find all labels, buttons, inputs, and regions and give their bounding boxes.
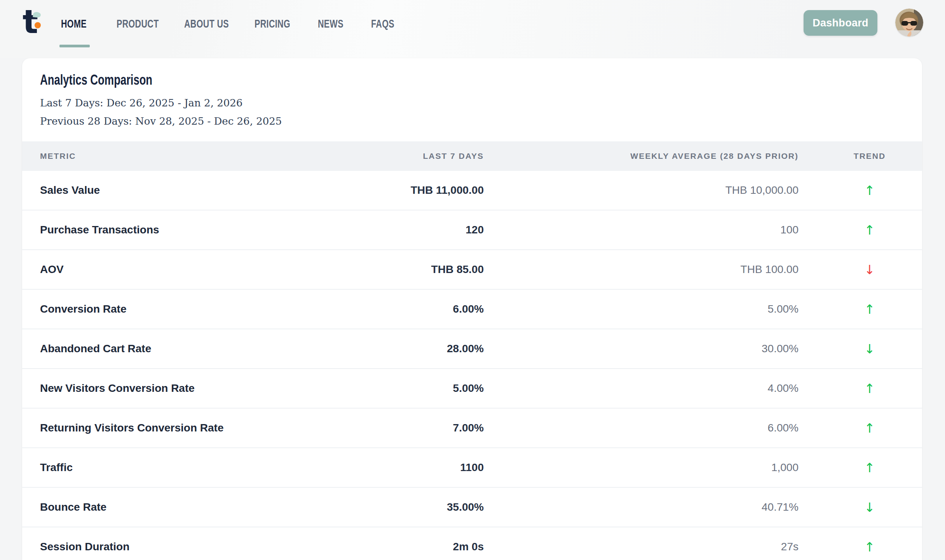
trend-up-icon: ↑ [864,460,875,475]
previous-period-label: Previous 28 Days: Nov 28, 2025 - Dec 26,… [40,115,904,127]
last-7-days-value: 120 [289,224,484,236]
column-header-weekly-average: WEEKLY AVERAGE (28 DAYS PRIOR) [484,151,799,161]
metric-name: Returning Visitors Conversion Rate [40,422,289,434]
last-7-days-value: THB 11,000.00 [289,184,484,197]
nav-item-pricing[interactable]: PRICING [255,0,303,47]
avatar-photo-icon [895,9,923,37]
last-7-days-value: 28.00% [289,343,484,355]
column-header-last-7-days: LAST 7 DAYS [289,151,484,161]
page: t HOME PRODUCT ABOUT US PRICING NEWS FAQ… [0,0,945,560]
nav-item-label: ABOUT US [184,17,229,30]
nav-item-label: PRODUCT [117,17,159,30]
metric-name: AOV [40,263,289,276]
table-row: Abandoned Cart Rate 28.00% 30.00% ↓ [22,329,922,369]
trend-up-icon: ↑ [864,381,875,396]
last-7-days-value: 2m 0s [289,541,484,553]
weekly-average-value: 40.71% [484,501,799,513]
table-row: AOV THB 85.00 THB 100.00 ↓ [22,250,922,290]
nav-item-label: FAQS [371,17,394,30]
nav-item-label: PRICING [255,17,290,30]
nav-item-about-us[interactable]: ABOUT US [184,0,244,47]
weekly-average-value: 4.00% [484,382,799,395]
metric-name: New Visitors Conversion Rate [40,382,289,395]
metric-name: Conversion Rate [40,303,289,315]
weekly-average-value: THB 10,000.00 [484,184,799,197]
top-nav-bar: t HOME PRODUCT ABOUT US PRICING NEWS FAQ… [0,0,945,58]
card-header: Analytics Comparison Last 7 Days: Dec 26… [22,58,922,127]
trend-down-icon: ↓ [864,262,875,277]
nav-item-faqs[interactable]: FAQS [371,0,403,47]
trend-up-icon: ↑ [864,183,875,198]
trend-down-icon: ↓ [864,341,875,357]
last-7-days-value: 5.00% [289,382,484,395]
metric-name: Traffic [40,461,289,474]
last-7-days-value: 7.00% [289,422,484,434]
table-row: Sales Value THB 11,000.00 THB 10,000.00 … [22,171,922,210]
weekly-average-value: 5.00% [484,303,799,315]
trend-down-icon: ↓ [864,500,875,515]
last-7-days-value: 1100 [289,461,484,474]
nav-item-label: HOME [61,17,87,30]
table-row: Session Duration 2m 0s 27s ↑ [22,527,922,560]
trend-up-icon: ↑ [864,302,875,317]
table-row: Purchase Transactions 120 100 ↑ [22,210,922,250]
analytics-card: Analytics Comparison Last 7 Days: Dec 26… [22,58,922,560]
dashboard-button[interactable]: Dashboard [804,10,877,36]
column-header-trend: TREND [799,151,904,161]
table-row: Returning Visitors Conversion Rate 7.00%… [22,409,922,448]
weekly-average-value: 27s [484,541,799,553]
table-row: New Visitors Conversion Rate 5.00% 4.00%… [22,369,922,409]
metric-name: Purchase Transactions [40,224,289,236]
weekly-average-value: 100 [484,224,799,236]
trend-up-icon: ↑ [864,539,875,555]
table-row: Traffic 1100 1,000 ↑ [22,448,922,488]
nav-menu: HOME PRODUCT ABOUT US PRICING NEWS FAQS [0,0,466,58]
last-7-days-value: THB 85.00 [289,263,484,276]
metric-name: Session Duration [40,541,289,553]
user-avatar[interactable] [895,9,923,37]
nav-item-label: NEWS [318,17,343,30]
metric-name: Bounce Rate [40,501,289,513]
metric-name: Abandoned Cart Rate [40,343,289,355]
table-header-row: METRIC LAST 7 DAYS WEEKLY AVERAGE (28 DA… [22,141,922,171]
current-period-label: Last 7 Days: Dec 26, 2025 - Jan 2, 2026 [40,97,904,109]
metric-name: Sales Value [40,184,289,197]
page-title: Analytics Comparison [40,72,904,88]
weekly-average-value: THB 100.00 [484,263,799,276]
nav-item-product[interactable]: PRODUCT [117,0,174,47]
nav-item-news[interactable]: NEWS [318,0,352,47]
table-row: Bounce Rate 35.00% 40.71% ↓ [22,488,922,527]
table-row: Conversion Rate 6.00% 5.00% ↑ [22,290,922,329]
trend-up-icon: ↑ [864,223,875,238]
weekly-average-value: 30.00% [484,343,799,355]
nav-item-home[interactable]: HOME [61,0,96,47]
trend-up-icon: ↑ [864,421,875,436]
table-body: Sales Value THB 11,000.00 THB 10,000.00 … [22,171,922,560]
last-7-days-value: 6.00% [289,303,484,315]
last-7-days-value: 35.00% [289,501,484,513]
column-header-metric: METRIC [40,151,289,161]
weekly-average-value: 1,000 [484,461,799,474]
weekly-average-value: 6.00% [484,422,799,434]
